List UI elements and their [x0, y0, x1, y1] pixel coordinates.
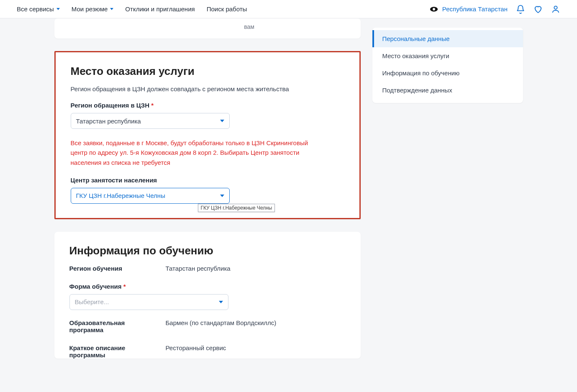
svg-point-1 [433, 8, 435, 10]
partial-text: вам [153, 23, 346, 30]
chevron-down-icon [220, 120, 224, 122]
side-item-location[interactable]: Место оказания услуги [372, 47, 523, 64]
edu-program-row: Образовательная программа Бармен (по ста… [69, 319, 346, 333]
region-label-text: Регион обращения в ЦЗН [71, 102, 150, 109]
region-text: Республика Татарстан [442, 5, 508, 13]
edu-desc-row: Краткое описание программы Ресторанный с… [69, 344, 346, 359]
edu-form-label-text: Форма обучения [69, 283, 122, 290]
chevron-down-icon [110, 8, 113, 10]
center-label: Центр занятости населения [71, 177, 344, 184]
eye-icon [430, 6, 438, 12]
nav-left: Все сервисы Мои резюме Отклики и приглаш… [17, 5, 247, 13]
side-item-education[interactable]: Информация по обучению [372, 64, 523, 82]
nav-all-services-label: Все сервисы [17, 5, 54, 13]
edu-form-label: Форма обучения * [69, 283, 346, 290]
bell-icon[interactable] [516, 5, 525, 14]
side-item-confirm[interactable]: Подтверждение данных [372, 82, 523, 99]
nav-responses-label: Отклики и приглашения [125, 5, 195, 13]
region-label: Регион обращения в ЦЗН * [71, 102, 344, 109]
side-item-personal[interactable]: Персональные данные [372, 30, 523, 47]
edu-form-select[interactable]: Выберите... [69, 294, 228, 310]
heart-icon[interactable] [533, 5, 543, 14]
moscow-warning: Все заявки, поданные в г Москве, будут о… [71, 138, 318, 167]
region-select[interactable]: Татарстан республика [71, 113, 230, 129]
edu-desc-value: Ресторанный сервис [166, 344, 226, 359]
user-icon[interactable] [551, 5, 560, 14]
region-select-value: Татарстан республика [76, 118, 141, 125]
edu-region-label: Регион обучения [69, 265, 149, 272]
chevron-down-icon [219, 301, 223, 303]
top-nav: Все сервисы Мои резюме Отклики и приглаш… [0, 0, 577, 18]
edu-desc-label: Краткое описание программы [69, 344, 149, 359]
nav-job-search-label: Поиск работы [207, 5, 247, 13]
nav-my-resumes-label: Мои резюме [72, 5, 108, 13]
section-nav-sidebar: Персональные данные Место оказания услуг… [372, 28, 523, 103]
nav-all-services[interactable]: Все сервисы [17, 5, 60, 13]
svg-point-2 [554, 6, 557, 9]
service-location-card: Место оказания услуги Регион обращения в… [54, 51, 361, 219]
nav-responses[interactable]: Отклики и приглашения [125, 5, 195, 13]
nav-job-search[interactable]: Поиск работы [207, 5, 247, 13]
main-content: вам Место оказания услуги Регион обращен… [54, 18, 361, 371]
center-select-value: ГКУ ЦЗН г.Набережные Челны [76, 192, 165, 199]
edu-program-value: Бармен (по стандартам Ворлдскиллс) [166, 319, 277, 333]
partial-top-card: вам [54, 18, 361, 38]
center-tooltip: ГКУ ЦЗН г.Набережные Челны [198, 204, 275, 212]
service-location-title: Место оказания услуги [71, 65, 344, 78]
edu-region-row: Регион обучения Татарстан республика [69, 265, 346, 272]
service-location-hint: Регион обращения в ЦЗН должен совпадать … [71, 85, 344, 92]
required-star: * [123, 283, 126, 290]
education-card: Информация по обучению Регион обучения Т… [54, 232, 361, 359]
region-selector[interactable]: Республика Татарстан [430, 5, 508, 13]
education-title: Информация по обучению [69, 244, 346, 257]
chevron-down-icon [56, 8, 60, 10]
center-select[interactable]: ГКУ ЦЗН г.Набережные Челны [71, 188, 230, 204]
nav-my-resumes[interactable]: Мои резюме [72, 5, 114, 13]
nav-right: Республика Татарстан [430, 5, 560, 14]
chevron-down-icon [220, 195, 224, 197]
edu-program-label: Образовательная программа [69, 319, 149, 333]
edu-form-placeholder: Выберите... [75, 298, 109, 305]
required-star: * [151, 102, 154, 109]
edu-region-value: Татарстан республика [166, 265, 231, 272]
